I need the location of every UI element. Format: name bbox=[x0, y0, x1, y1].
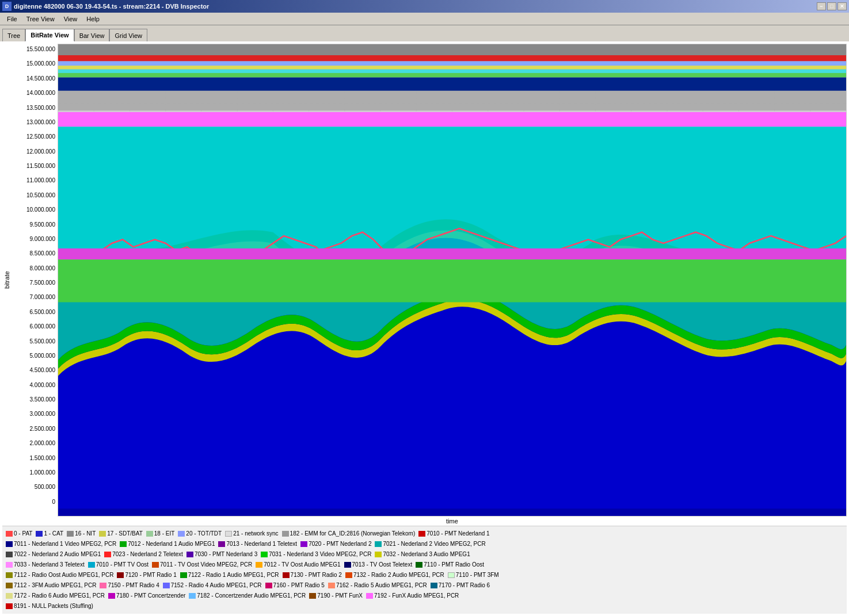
legend-item-7150: 7150 - PMT Radio 4 bbox=[100, 580, 159, 590]
svg-rect-65 bbox=[58, 78, 846, 91]
legend-item-7033: 7033 - Nederland 3 Teletext bbox=[6, 560, 85, 569]
legend-item-7192: 7192 - FunX Audio MPEG1, PCR bbox=[366, 591, 459, 600]
svg-rect-66 bbox=[58, 248, 846, 259]
legend-item-7030: 7030 - PMT Nederland 3 bbox=[186, 549, 257, 559]
legend: 0 - PAT 1 - CAT 16 - NIT 17 - SDT/BAT 18… bbox=[2, 526, 847, 614]
legend-item-7020: 7020 - PMT Nederland 2 bbox=[300, 539, 371, 549]
legend-item-cat: 1 - CAT bbox=[36, 529, 63, 538]
svg-rect-67 bbox=[58, 259, 846, 302]
window-title: digitenne 482000 06-30 19-43-54.ts - str… bbox=[14, 3, 209, 10]
legend-item-pmt-3fm: 7110 - PMT 3FM bbox=[448, 570, 499, 580]
svg-rect-61 bbox=[58, 61, 846, 66]
legend-item-7190: 7190 - PMT FunX bbox=[309, 591, 363, 600]
legend-item-7182: 7182 - Concertzender Audio MPEG1, PCR bbox=[189, 591, 306, 600]
legend-item-7152: 7152 - Radio 4 Audio MPEG1, PCR bbox=[163, 580, 262, 590]
legend-item-7022: 7022 - Nederland 2 Audio MPEG1 bbox=[6, 549, 101, 559]
minimize-button[interactable]: − bbox=[817, 2, 826, 10]
menu-bar: File Tree View View Help bbox=[0, 13, 849, 25]
legend-item-7112a: 7112 - Radio Oost Audio MPEG1, PCR bbox=[6, 570, 113, 580]
legend-item-8191: 8191 - NULL Packets (Stuffing) bbox=[6, 601, 93, 611]
svg-rect-64 bbox=[58, 73, 846, 78]
legend-item-7011: 7011 - Nederland 1 Video MPEG2, PCR bbox=[6, 539, 116, 549]
title-bar: D digitenne 482000 06-30 19-43-54.ts - s… bbox=[0, 0, 849, 13]
legend-item-7031: 7031 - Nederland 3 Video MPEG2, PCR bbox=[261, 549, 371, 559]
main-content: bitrate 15.500.000 15.000.000 14.500.000… bbox=[0, 41, 849, 616]
svg-rect-55 bbox=[58, 112, 846, 127]
toolbar: Tree BitRate View Bar View Grid View bbox=[0, 25, 849, 41]
legend-item-eit: 18 - EIT bbox=[146, 529, 175, 538]
legend-item-emm: 182 - EMM for CA_ID:2816 (Norwegian Tele… bbox=[282, 529, 416, 538]
legend-item-7180: 7180 - PMT Concertzender bbox=[108, 591, 185, 600]
legend-item-7021: 7021 - Nederland 2 Video MPEG2, PCR bbox=[375, 539, 485, 549]
app-icon: D bbox=[2, 2, 12, 11]
svg-rect-63 bbox=[58, 70, 846, 73]
x-axis-label: time bbox=[58, 516, 847, 526]
legend-item-7012: 7012 - Nederland 1 Audio MPEG1 bbox=[120, 539, 215, 549]
tab-grid[interactable]: Grid View bbox=[109, 29, 147, 41]
legend-item-7112b: 7112 - 3FM Audio MPEG1, PCR bbox=[6, 580, 96, 590]
menu-view[interactable]: View bbox=[59, 14, 82, 24]
legend-item-7122: 7122 - Radio 1 Audio MPEG1, PCR bbox=[180, 570, 279, 580]
legend-item-tvoost-video: 7011 - TV Oost Video MPEG2, PCR bbox=[152, 560, 252, 569]
legend-item-tot: 20 - TOT/TDT bbox=[178, 529, 222, 538]
legend-item-pmt-radio-oost: 7110 - PMT Radio Oost bbox=[416, 560, 484, 569]
chart-area bbox=[58, 44, 847, 516]
legend-item-nit: 16 - NIT bbox=[67, 529, 96, 538]
menu-treeview[interactable]: Tree View bbox=[22, 14, 59, 24]
legend-item-pmt-tvoost: 7010 - PMT TV Oost bbox=[88, 560, 149, 569]
legend-item-7132: 7132 - Radio 2 Audio MPEG1, PCR bbox=[345, 570, 444, 580]
legend-item-sdt: 17 - SDT/BAT bbox=[99, 529, 143, 538]
legend-item-7162: 7162 - Radio 5 Audio MPEG1, PCR bbox=[328, 580, 427, 590]
legend-item-7023: 7023 - Nederland 2 Teletext bbox=[104, 549, 183, 559]
y-axis-label: bitrate bbox=[2, 44, 12, 516]
legend-item-7130: 7130 - PMT Radio 2 bbox=[283, 570, 342, 580]
legend-item-7172: 7172 - Radio 6 Audio MPEG1, PCR bbox=[6, 591, 105, 600]
legend-item-tvoost-audio: 7012 - TV Oost Audio MPEG1 bbox=[256, 560, 340, 569]
legend-item-pat: 0 - PAT bbox=[6, 529, 32, 538]
legend-item-7032: 7032 - Nederland 3 Audio MPEG1 bbox=[375, 549, 470, 559]
legend-item-7160: 7160 - PMT Radio 5 bbox=[265, 580, 325, 590]
legend-item-7013: 7013 - Nederland 1 Teletext bbox=[218, 539, 297, 549]
tab-bitrate[interactable]: BitRate View bbox=[25, 29, 74, 41]
legend-item-netsync: 21 - network sync bbox=[225, 529, 278, 538]
legend-item-7170: 7170 - PMT Radio 6 bbox=[431, 580, 490, 590]
y-axis: 15.500.000 15.000.000 14.500.000 14.000.… bbox=[12, 44, 58, 516]
tab-tree[interactable]: Tree bbox=[2, 29, 25, 41]
svg-rect-62 bbox=[58, 66, 846, 69]
legend-item-7120: 7120 - PMT Radio 1 bbox=[117, 570, 176, 580]
close-button[interactable]: ✕ bbox=[837, 2, 847, 10]
svg-rect-60 bbox=[58, 55, 846, 61]
maximize-button[interactable]: □ bbox=[827, 2, 836, 10]
menu-file[interactable]: File bbox=[2, 14, 22, 24]
tab-bar[interactable]: Bar View bbox=[74, 29, 110, 41]
svg-rect-59 bbox=[58, 44, 846, 55]
legend-item-pmt7010: 7010 - PMT Nederland 1 bbox=[418, 529, 489, 538]
menu-help[interactable]: Help bbox=[82, 14, 104, 24]
legend-item-tvoost-teletext: 7013 - TV Oost Teletext bbox=[344, 560, 413, 569]
